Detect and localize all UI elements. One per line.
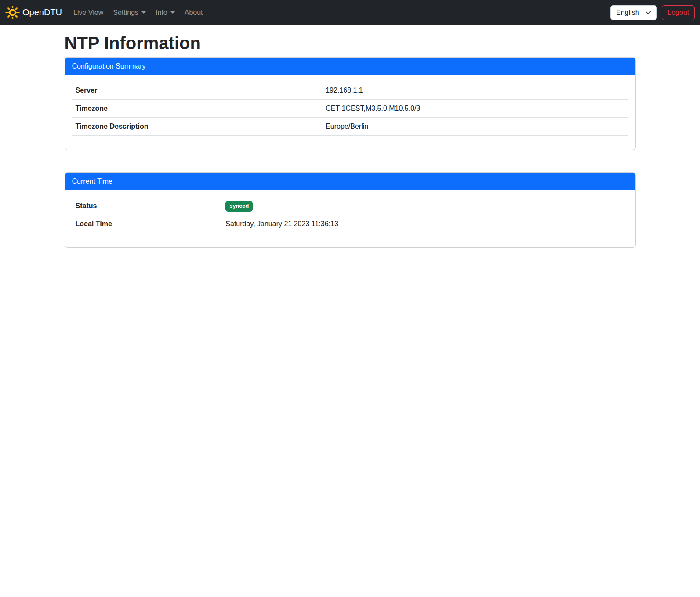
card-body: Server 192.168.1.1 Timezone CET-1CEST,M3… <box>65 75 635 150</box>
row-label: Status <box>72 197 222 215</box>
row-value: Europe/Berlin <box>322 118 628 136</box>
nav-item-label: Settings <box>113 9 138 17</box>
status-badge: synced <box>225 201 253 212</box>
row-value: 192.168.1.1 <box>322 82 628 100</box>
table-row: Timezone Description Europe/Berlin <box>72 118 628 136</box>
table-row: Status synced <box>72 197 628 215</box>
chevron-down-icon <box>170 11 175 14</box>
language-select[interactable]: English <box>610 5 657 20</box>
nav-item-info[interactable]: Info <box>152 5 178 20</box>
page-title: NTP Information <box>65 33 636 54</box>
row-label: Timezone <box>72 100 323 118</box>
row-label: Server <box>72 82 323 100</box>
nav-item-label: Info <box>156 9 167 17</box>
row-value: Saturday, January 21 2023 11:36:13 <box>222 215 628 233</box>
row-value: synced <box>222 197 628 215</box>
row-value: CET-1CEST,M3.5.0,M10.5.0/3 <box>322 100 628 118</box>
card-header: Current Time <box>65 173 635 190</box>
nav-item-live-view[interactable]: Live View <box>70 5 107 20</box>
card-body: Status synced Local Time Saturday, Janua… <box>65 190 635 247</box>
main-content: NTP Information Configuration Summary Se… <box>65 33 636 248</box>
table-row: Local Time Saturday, January 21 2023 11:… <box>72 215 628 233</box>
configuration-summary-card: Configuration Summary Server 192.168.1.1… <box>65 57 636 150</box>
current-time-card: Current Time Status synced Local Time Sa… <box>65 172 636 248</box>
table-row: Timezone CET-1CEST,M3.5.0,M10.5.0/3 <box>72 100 628 118</box>
brand-label: OpenDTU <box>22 7 62 18</box>
card-header: Configuration Summary <box>65 58 635 75</box>
sun-icon <box>5 5 20 20</box>
top-navbar: OpenDTU Live View Settings Info About En… <box>0 0 700 25</box>
row-label: Timezone Description <box>72 118 323 136</box>
nav-item-about[interactable]: About <box>181 5 207 20</box>
main-nav: Live View Settings Info About <box>70 5 209 20</box>
language-selected-value: English <box>616 9 639 17</box>
configuration-table: Server 192.168.1.1 Timezone CET-1CEST,M3… <box>72 82 628 136</box>
chevron-down-icon <box>645 10 651 16</box>
chevron-down-icon <box>141 11 146 14</box>
table-row: Server 192.168.1.1 <box>72 82 628 100</box>
logout-button[interactable]: Logout <box>662 5 695 20</box>
navbar-right-group: English Logout <box>610 5 695 20</box>
current-time-table: Status synced Local Time Saturday, Janua… <box>72 197 628 233</box>
nav-item-settings[interactable]: Settings <box>109 5 149 20</box>
row-label: Local Time <box>72 215 222 233</box>
brand-link[interactable]: OpenDTU <box>5 5 62 20</box>
